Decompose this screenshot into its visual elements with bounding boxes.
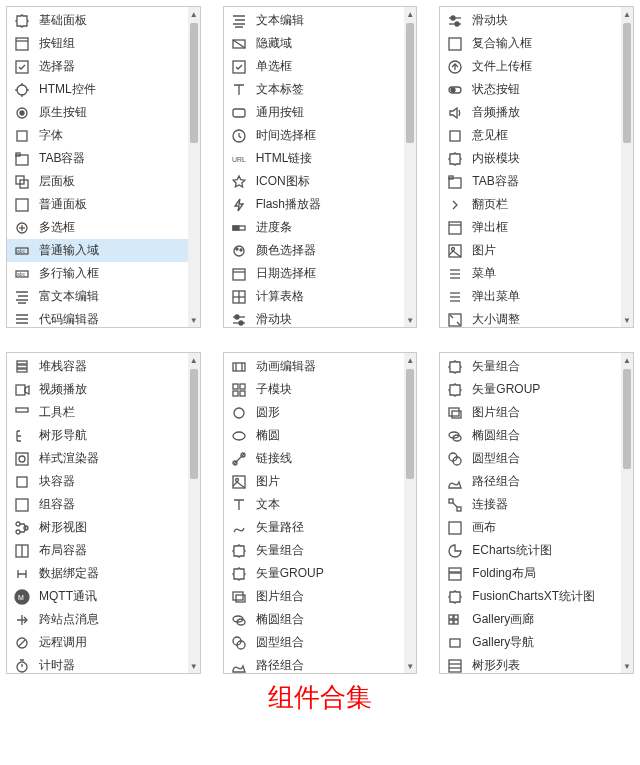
list-item[interactable]: 弹出框 [440,216,633,239]
scroll-thumb[interactable] [406,369,414,479]
list-item[interactable]: 圆型组合 [224,631,417,654]
list-item[interactable]: 跨站点消息 [7,608,200,631]
scroll-thumb[interactable] [190,23,198,143]
list-item[interactable]: 颜色选择器 [224,239,417,262]
list-item[interactable]: Gallery画廊 [440,608,633,631]
list-item[interactable]: 树形列表 [440,654,633,674]
list-item[interactable]: 单选框 [224,55,417,78]
list-item[interactable]: 圆形 [224,401,417,424]
list-item[interactable]: 椭圆组合 [224,608,417,631]
list-item[interactable]: 画布 [440,516,633,539]
scroll-down-icon[interactable]: ▼ [621,659,633,673]
list-item[interactable]: 计算表格 [224,285,417,308]
list-item[interactable]: 布局容器 [7,539,200,562]
list-item[interactable]: 音频播放 [440,101,633,124]
list-item[interactable]: 复合输入框 [440,32,633,55]
scroll-down-icon[interactable]: ▼ [188,313,200,327]
list-item[interactable]: 圆型组合 [440,447,633,470]
list-item[interactable]: 动画编辑器 [224,355,417,378]
list-item[interactable]: 树形视图 [7,516,200,539]
list-item[interactable]: 矢量GROUP [440,378,633,401]
scrollbar[interactable]: ▲▼ [188,353,200,673]
list-item[interactable]: 矢量路径 [224,516,417,539]
list-item[interactable]: 图片 [224,470,417,493]
list-item[interactable]: 基础面板 [7,9,200,32]
scroll-thumb[interactable] [190,369,198,479]
list-item[interactable]: FusionChartsXT统计图 [440,585,633,608]
scroll-thumb[interactable] [623,23,631,143]
list-item[interactable]: Gallery导航 [440,631,633,654]
list-item[interactable]: 菜单 [440,262,633,285]
list-item[interactable]: TAB容器 [440,170,633,193]
list-item[interactable]: 块容器 [7,470,200,493]
list-item[interactable]: 文件上传框 [440,55,633,78]
list-item[interactable]: 连接器 [440,493,633,516]
list-item[interactable]: 树形导航 [7,424,200,447]
scroll-thumb[interactable] [623,369,631,469]
list-item[interactable]: 代码编辑器 [7,308,200,328]
list-item[interactable]: Folding布局 [440,562,633,585]
list-item[interactable]: 字体 [7,124,200,147]
list-item[interactable]: 通用按钮 [224,101,417,124]
list-item[interactable]: 计时器 [7,654,200,674]
list-item[interactable]: 按钮组 [7,32,200,55]
list-item[interactable]: ICON图标 [224,170,417,193]
list-item[interactable]: 日期选择框 [224,262,417,285]
list-item[interactable]: HTML控件 [7,78,200,101]
list-item[interactable]: 路径组合 [440,470,633,493]
list-item[interactable]: 内嵌模块 [440,147,633,170]
scroll-up-icon[interactable]: ▲ [188,353,200,367]
list-item[interactable]: 图片组合 [224,585,417,608]
scroll-up-icon[interactable]: ▲ [621,7,633,21]
list-item[interactable]: 链接线 [224,447,417,470]
list-item[interactable]: abc普通输入域 [7,239,200,262]
list-item[interactable]: 普通面板 [7,193,200,216]
list-item[interactable]: 时间选择框 [224,124,417,147]
list-item[interactable]: 多选框 [7,216,200,239]
list-item[interactable]: 矢量GROUP [224,562,417,585]
scrollbar[interactable]: ▲▼ [404,353,416,673]
list-item[interactable]: 堆栈容器 [7,355,200,378]
scroll-down-icon[interactable]: ▼ [404,313,416,327]
list-item[interactable]: 富文本编辑 [7,285,200,308]
scrollbar[interactable]: ▲▼ [621,7,633,327]
list-item[interactable]: abc多行输入框 [7,262,200,285]
list-item[interactable]: 滑动块 [224,308,417,328]
list-item[interactable]: 大小调整 [440,308,633,328]
list-item[interactable]: 弹出菜单 [440,285,633,308]
list-item[interactable]: ECharts统计图 [440,539,633,562]
list-item[interactable]: 样式渲染器 [7,447,200,470]
list-item[interactable]: 选择器 [7,55,200,78]
scroll-up-icon[interactable]: ▲ [621,353,633,367]
scroll-down-icon[interactable]: ▼ [404,659,416,673]
scroll-up-icon[interactable]: ▲ [404,353,416,367]
list-item[interactable]: 矢量组合 [440,355,633,378]
scrollbar[interactable]: ▲▼ [621,353,633,673]
list-item[interactable]: 隐藏域 [224,32,417,55]
list-item[interactable]: 文本标签 [224,78,417,101]
list-item[interactable]: 路径组合 [224,654,417,674]
list-item[interactable]: 文本编辑 [224,9,417,32]
scroll-down-icon[interactable]: ▼ [188,659,200,673]
list-item[interactable]: 工具栏 [7,401,200,424]
scrollbar[interactable]: ▲▼ [404,7,416,327]
list-item[interactable]: 椭圆组合 [440,424,633,447]
list-item[interactable]: 滑动块 [440,9,633,32]
scroll-up-icon[interactable]: ▲ [188,7,200,21]
list-item[interactable]: 图片组合 [440,401,633,424]
list-item[interactable]: 意见框 [440,124,633,147]
scroll-thumb[interactable] [406,23,414,143]
scrollbar[interactable]: ▲▼ [188,7,200,327]
list-item[interactable]: 视频播放 [7,378,200,401]
list-item[interactable]: 远程调用 [7,631,200,654]
list-item[interactable]: URLHTML链接 [224,147,417,170]
list-item[interactable]: 状态按钮 [440,78,633,101]
list-item[interactable]: 子模块 [224,378,417,401]
list-item[interactable]: 椭圆 [224,424,417,447]
list-item[interactable]: 矢量组合 [224,539,417,562]
list-item[interactable]: Flash播放器 [224,193,417,216]
list-item[interactable]: 原生按钮 [7,101,200,124]
list-item[interactable]: 翻页栏 [440,193,633,216]
list-item[interactable]: 进度条 [224,216,417,239]
scroll-down-icon[interactable]: ▼ [621,313,633,327]
